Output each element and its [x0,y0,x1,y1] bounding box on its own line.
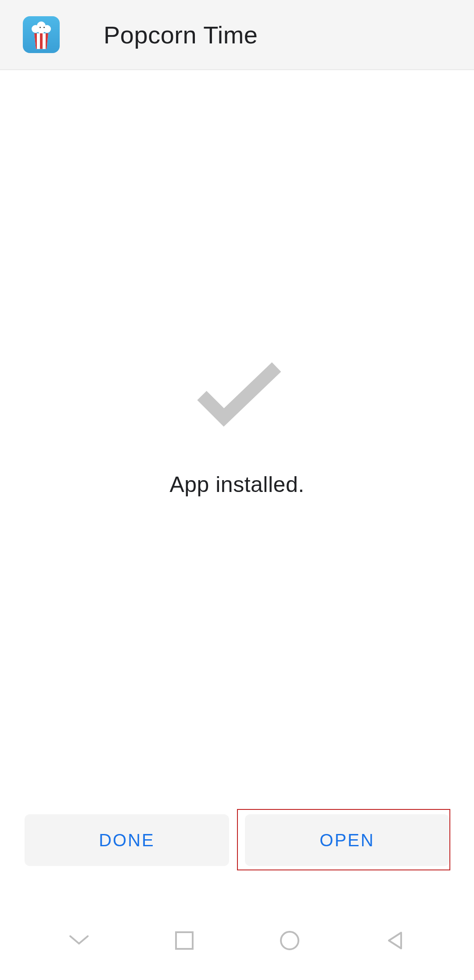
install-status-area: App installed. [0,70,474,870]
svg-point-1 [281,932,298,949]
keyboard-collapse-button[interactable] [57,923,101,958]
chevron-down-icon [68,934,90,947]
status-message: App installed. [169,472,304,497]
open-button[interactable]: OPEN [245,814,449,866]
system-navigation-bar [0,901,474,980]
triangle-back-icon [385,931,405,950]
svg-rect-0 [176,932,193,949]
done-button[interactable]: DONE [25,814,229,866]
popcorn-time-app-icon [23,16,60,53]
back-button[interactable] [373,923,417,958]
app-title: Popcorn Time [104,21,258,49]
circle-icon [279,930,300,951]
checkmark-icon [189,356,285,432]
square-icon [175,931,194,950]
action-button-row: DONE OPEN [25,814,449,866]
recent-apps-button[interactable] [162,923,206,958]
installer-header: Popcorn Time [0,0,474,70]
home-button[interactable] [268,923,312,958]
